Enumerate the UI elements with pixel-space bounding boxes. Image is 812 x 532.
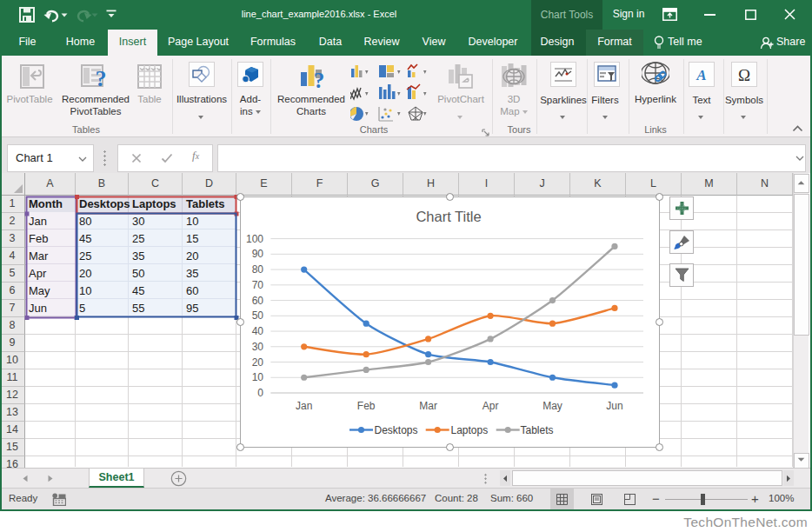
svg-text:90: 90: [252, 248, 264, 260]
svg-text:Laptops: Laptops: [451, 424, 489, 436]
svg-text:May: May: [542, 400, 562, 412]
svg-text:Tablets: Tablets: [521, 424, 554, 436]
svg-text:60: 60: [252, 295, 264, 307]
svg-text:Ω: Ω: [738, 66, 750, 84]
svg-text:30: 30: [252, 341, 264, 353]
svg-text:Jun: Jun: [606, 400, 622, 412]
svg-text:Chart Title: Chart Title: [416, 209, 481, 224]
svg-text:?: ?: [314, 69, 325, 91]
svg-text:Jan: Jan: [296, 400, 312, 412]
svg-text:Mar: Mar: [419, 400, 437, 412]
svg-text:A: A: [696, 67, 706, 83]
svg-text:0: 0: [257, 387, 263, 399]
svg-text:40: 40: [252, 325, 264, 337]
svg-text:100: 100: [246, 233, 263, 245]
svg-text:70: 70: [252, 279, 264, 291]
svg-text:Desktops: Desktops: [375, 424, 418, 436]
svg-text:?: ?: [96, 66, 107, 90]
svg-text:20: 20: [252, 356, 264, 369]
svg-text:Feb: Feb: [357, 400, 376, 412]
svg-text:50: 50: [252, 309, 264, 322]
svg-text:Apr: Apr: [483, 400, 499, 412]
svg-text:80: 80: [252, 263, 264, 276]
svg-text:10: 10: [252, 371, 264, 383]
